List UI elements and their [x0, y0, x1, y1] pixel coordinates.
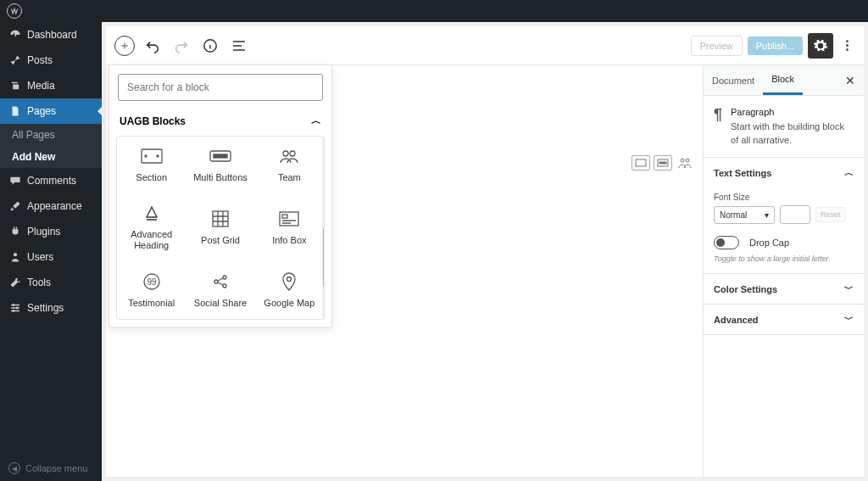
- block-summary: ¶ Paragraph Start with the building bloc…: [704, 96, 864, 158]
- sidebar-item-comments[interactable]: Comments: [0, 168, 102, 193]
- inserter-block-multi-buttons[interactable]: Multi Buttons: [186, 137, 254, 193]
- outline-button[interactable]: [228, 35, 250, 57]
- sidebar-item-posts[interactable]: Posts: [0, 48, 102, 73]
- sidebar-sub-add-new[interactable]: Add New: [0, 146, 102, 168]
- close-sidebar-button[interactable]: ✕: [837, 74, 864, 87]
- admin-sidebar: Dashboard Posts Media Pages All Pages Ad…: [0, 22, 102, 481]
- tab-block[interactable]: Block: [763, 65, 803, 95]
- add-block-button[interactable]: ＋: [114, 36, 135, 56]
- sidebar-item-appearance[interactable]: Appearance: [0, 193, 102, 219]
- drop-cap-toggle[interactable]: [714, 236, 739, 249]
- block-search-input[interactable]: [118, 74, 323, 101]
- font-size-reset-button[interactable]: Reset: [815, 207, 846, 222]
- more-menu-button[interactable]: [838, 40, 855, 51]
- publish-button[interactable]: Publish...: [748, 36, 803, 55]
- redo-button[interactable]: [170, 35, 192, 57]
- infobox-icon: [277, 210, 301, 228]
- panel-header-text-settings[interactable]: Text Settings ︿: [704, 158, 864, 187]
- inserter-block-section[interactable]: Section: [117, 137, 186, 193]
- sidebar-item-dashboard[interactable]: Dashboard: [0, 22, 102, 48]
- inserter-block-info-box[interactable]: Info Box: [255, 193, 324, 261]
- svg-point-17: [214, 280, 218, 283]
- preview-button[interactable]: Preview: [691, 36, 743, 56]
- sidebar-item-users[interactable]: Users: [0, 244, 102, 270]
- panel-header-advanced[interactable]: Advanced ﹀: [704, 305, 864, 334]
- sidebar-item-tools[interactable]: Tools: [0, 270, 102, 295]
- svg-point-20: [287, 277, 292, 281]
- svg-point-3: [13, 310, 15, 312]
- svg-point-19: [223, 284, 226, 288]
- inserter-category-header[interactable]: UAGB Blocks ︿: [109, 109, 331, 132]
- svg-rect-9: [214, 154, 227, 158]
- svg-point-7: [157, 155, 159, 157]
- inserter-block-team[interactable]: Team: [255, 137, 324, 193]
- inserter-block-label: Social Share: [194, 298, 247, 309]
- panel-text-settings: Text Settings ︿ Font Size Normal ▾: [704, 158, 864, 274]
- inserter-block-social-share[interactable]: Social Share: [186, 262, 254, 319]
- chevron-down-icon: ▾: [765, 210, 769, 220]
- block-type-switcher: [632, 155, 694, 171]
- sliders-icon: [8, 301, 22, 315]
- sidebar-item-pages[interactable]: Pages: [0, 98, 102, 124]
- collapse-icon: ◀: [8, 462, 20, 474]
- grid-icon: [209, 210, 232, 228]
- svg-point-1: [13, 304, 15, 306]
- tab-document[interactable]: Document: [704, 67, 763, 94]
- wrench-icon: [8, 276, 22, 289]
- font-size-select[interactable]: Normal ▾: [714, 206, 775, 224]
- inserter-block-label: Google Map: [264, 298, 314, 309]
- admin-bar: [0, 0, 868, 22]
- pin-icon: [8, 53, 22, 67]
- wordpress-logo-icon[interactable]: [7, 3, 22, 19]
- sidebar-tabs: Document Block ✕: [704, 65, 864, 96]
- undo-button[interactable]: [142, 35, 164, 57]
- sidebar-item-label: Plugins: [27, 226, 60, 238]
- sidebar-item-media[interactable]: Media: [0, 73, 102, 98]
- sidebar-item-label: Tools: [27, 277, 51, 288]
- brush-icon: [8, 199, 22, 213]
- sidebar-sub-all-pages[interactable]: All Pages: [0, 124, 102, 146]
- inserter-category-label: UAGB Blocks: [120, 115, 186, 127]
- chevron-down-icon: ﹀: [844, 282, 854, 295]
- buttons-type-icon[interactable]: [654, 155, 672, 171]
- block-title: Paragraph: [731, 106, 854, 119]
- section-icon: [140, 147, 164, 165]
- panel-header-color-settings[interactable]: Color Settings ﹀: [704, 274, 864, 304]
- inserter-block-advanced-heading[interactable]: Advanced Heading: [117, 193, 186, 261]
- font-size-number-input[interactable]: [780, 205, 810, 224]
- section-type-icon[interactable]: [632, 155, 650, 171]
- font-size-label: Font Size: [714, 193, 854, 202]
- sidebar-item-label: Comments: [27, 175, 76, 187]
- panel-title: Advanced: [714, 315, 759, 325]
- inserter-block-post-grid[interactable]: Post Grid: [186, 193, 254, 261]
- inserter-block-label: Section: [136, 172, 167, 183]
- panel-color-settings: Color Settings ﹀: [704, 274, 864, 305]
- pages-icon: [8, 104, 22, 118]
- settings-gear-button[interactable]: [808, 33, 833, 59]
- svg-rect-12: [213, 211, 228, 227]
- team-type-icon[interactable]: [676, 155, 694, 171]
- inserter-block-testimonial[interactable]: 99 Testimonial: [117, 262, 186, 319]
- panel-title: Color Settings: [714, 284, 777, 294]
- inserter-scrollbar-thumb[interactable]: [323, 227, 325, 287]
- inserter-block-google-map[interactable]: Google Map: [255, 262, 324, 319]
- inserter-block-label: Multi Buttons: [193, 172, 248, 183]
- sidebar-item-settings[interactable]: Settings: [0, 295, 102, 321]
- collapse-label: Collapse menu: [25, 463, 87, 473]
- info-button[interactable]: [199, 35, 221, 57]
- share-icon: [209, 272, 232, 291]
- svg-point-10: [283, 151, 288, 156]
- inserter-block-label: Team: [278, 172, 301, 183]
- inserter-block-label: Testimonial: [128, 298, 175, 309]
- inserter-block-label: Post Grid: [201, 235, 240, 246]
- editor-canvas[interactable]: UAGB Blocks ︿ Section: [106, 65, 703, 477]
- drop-cap-hint: Toggle to show a large initial letter.: [714, 254, 854, 263]
- collapse-menu-button[interactable]: ◀ Collapse menu: [0, 456, 102, 481]
- inserter-block-label: Advanced Heading: [120, 229, 182, 251]
- buttons-icon: [209, 147, 232, 165]
- sidebar-item-plugins[interactable]: Plugins: [0, 219, 102, 244]
- user-icon: [8, 250, 22, 264]
- sidebar-item-label: Posts: [27, 54, 53, 66]
- plug-icon: [8, 225, 22, 238]
- editor-toolbar: ＋ Preview Publish...: [106, 26, 864, 65]
